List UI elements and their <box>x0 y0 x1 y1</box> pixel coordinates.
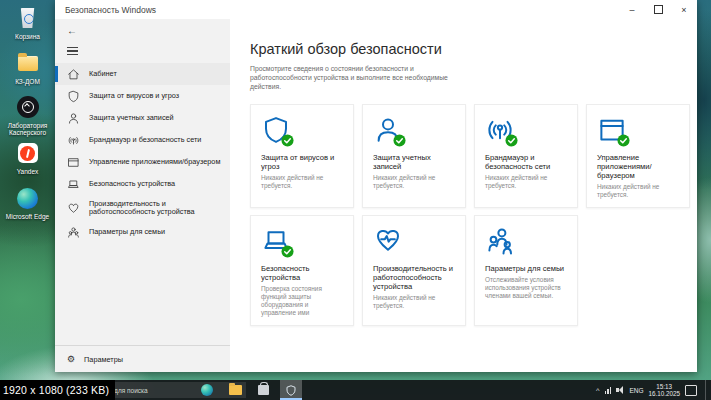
file-explorer-taskbar-button[interactable] <box>224 380 246 400</box>
tile-title: Брандмауэр и безопасность сети <box>485 153 567 171</box>
minimize-button[interactable]: – <box>619 0 645 19</box>
sidebar-item-label: Безопасность устройства <box>89 180 175 189</box>
windows-security-icon <box>285 384 297 397</box>
browser-icon <box>67 156 80 169</box>
sidebar-item-settings[interactable]: ⚙ Параметры <box>55 345 230 372</box>
close-button[interactable]: × <box>671 0 697 19</box>
firewall-icon <box>67 134 80 147</box>
desktop-icon-yandex[interactable]: Yandex <box>0 140 55 175</box>
back-button[interactable]: ← <box>55 19 230 41</box>
system-tray: ^ ENG 15:13 16.10.2025 <box>596 380 709 400</box>
check-badge-icon <box>281 245 294 258</box>
windows-security-window: Безопасность Windows – × ← Кабинет Защит… <box>55 0 697 372</box>
clock-date: 16.10.2025 <box>648 390 680 397</box>
taskbar-app-icons <box>196 380 302 400</box>
tile-device-performance[interactable]: Производительность и работоспособность у… <box>362 215 466 326</box>
sidebar-item-device-performance[interactable]: Производительность и работоспособность у… <box>55 195 230 221</box>
tile-virus-protection[interactable]: Защита от вирусов и угроз Никаких действ… <box>250 104 354 208</box>
tile-status: Отслеживайте условия использования устро… <box>485 276 567 300</box>
window-title: Безопасность Windows <box>55 5 619 15</box>
image-size-caption: 1920 x 1080 (233 KB) <box>0 380 115 400</box>
sidebar-item-label: Защита учетных записей <box>89 114 174 123</box>
sidebar-item-device-security[interactable]: Безопасность устройства <box>55 173 230 195</box>
desktop-icon-dark-app[interactable]: Лаборатория Касперского <box>0 94 55 136</box>
tile-title: Защита от вирусов и угроз <box>261 153 343 171</box>
main-content: Краткий обзор безопасности Просмотрите с… <box>230 19 697 372</box>
sidebar-item-label: Брандмауэр и безопасность сети <box>89 136 201 145</box>
tile-status: Никаких действий не требуется. <box>485 174 567 190</box>
desktop-icon-label: КЗ-ДОМ <box>15 78 40 85</box>
taskbar: Введите здесь текст для поиска 1920 x 10… <box>0 380 711 400</box>
tile-title: Управление приложениями/браузером <box>597 153 679 180</box>
page-title: Краткий обзор безопасности <box>250 41 697 57</box>
sidebar-item-label: Параметры для семьи <box>89 228 165 237</box>
sidebar-item-label: Параметры <box>84 355 123 364</box>
heart-icon <box>67 202 80 215</box>
page-subtitle: Просмотрите сведения о состоянии безопас… <box>250 64 475 91</box>
tile-title: Защита учетных записей <box>373 153 455 171</box>
sidebar-item-label: Управление приложениями/браузером <box>89 158 220 167</box>
sidebar-item-firewall[interactable]: Брандмауэр и безопасность сети <box>55 129 230 151</box>
sidebar-item-account-protection[interactable]: Защита учетных записей <box>55 107 230 129</box>
action-center-icon[interactable] <box>685 385 697 396</box>
sidebar-item-label: Производительность и работоспособность у… <box>89 200 222 217</box>
desktop-icon-label: Лаборатория Касперского <box>2 122 54 136</box>
sidebar-item-virus-protection[interactable]: Защита от вирусов и угроз <box>55 85 230 107</box>
sidebar-item-label: Защита от вирусов и угроз <box>89 92 179 101</box>
file-explorer-icon <box>229 385 242 395</box>
tile-title: Безопасность устройства <box>261 264 343 282</box>
folder-icon <box>15 50 41 76</box>
language-indicator[interactable]: ENG <box>629 387 643 394</box>
volume-icon[interactable] <box>616 386 624 394</box>
taskbar-clock[interactable]: 15:13 16.10.2025 <box>648 383 680 398</box>
edge-icon <box>201 384 213 396</box>
tile-title: Параметры для семьи <box>485 264 567 273</box>
tray-chevron-icon[interactable]: ^ <box>596 386 600 395</box>
desktop-icon-edge[interactable]: Microsoft Edge <box>0 185 55 220</box>
edge-icon <box>15 185 41 211</box>
tile-family-options[interactable]: Параметры для семьи Отслеживайте условия… <box>474 215 578 326</box>
home-icon <box>67 68 80 81</box>
security-tiles: Защита от вирусов и угроз Никаких действ… <box>250 104 697 326</box>
person-icon <box>67 112 80 125</box>
desktop-icon-label: Yandex <box>17 168 39 175</box>
tile-title: Производительность и работоспособность у… <box>373 264 455 291</box>
network-icon[interactable] <box>605 387 612 394</box>
sidebar-item-home[interactable]: Кабинет <box>55 63 230 85</box>
tile-app-browser-control[interactable]: Управление приложениями/браузером Никаки… <box>586 104 690 208</box>
tile-device-security[interactable]: Безопасность устройства Проверка состоян… <box>250 215 354 326</box>
check-badge-icon <box>617 134 630 147</box>
check-badge-icon <box>505 134 518 147</box>
store-icon <box>258 385 269 395</box>
clock-time: 15:13 <box>656 383 672 390</box>
yandex-icon <box>15 140 41 166</box>
hamburger-menu-icon[interactable] <box>67 47 78 55</box>
family-icon <box>67 226 80 239</box>
shield-icon <box>67 90 80 103</box>
desktop-icon-label: Корзина <box>15 33 40 40</box>
store-taskbar-button[interactable] <box>252 380 274 400</box>
tile-firewall[interactable]: Брандмауэр и безопасность сети Никаких д… <box>474 104 578 208</box>
tile-status: Никаких действий не требуется. <box>597 183 679 199</box>
show-desktop-button[interactable] <box>705 380 709 400</box>
sidebar-item-app-browser-control[interactable]: Управление приложениями/браузером <box>55 151 230 173</box>
sidebar-item-family-options[interactable]: Параметры для семьи <box>55 221 230 243</box>
edge-taskbar-button[interactable] <box>196 380 218 400</box>
recycle-bin-icon <box>15 5 41 31</box>
tile-status: Проверка состояния функций защиты оборуд… <box>261 285 343 317</box>
maximize-button[interactable] <box>645 0 671 19</box>
tile-account-protection[interactable]: Защита учетных записей Никаких действий … <box>362 104 466 208</box>
check-badge-icon <box>281 134 294 147</box>
desktop-icon-recycle-bin[interactable]: Корзина <box>0 5 55 40</box>
title-bar: Безопасность Windows – × <box>55 0 697 19</box>
sidebar: ← Кабинет Защита от вирусов и угроз Защи… <box>55 19 230 372</box>
desktop-icon-label: Microsoft Edge <box>6 213 49 220</box>
tile-status: Никаких действий не требуется. <box>373 294 455 310</box>
maximize-icon <box>654 5 663 14</box>
desktop-icon-folder[interactable]: КЗ-ДОМ <box>0 50 55 85</box>
tile-status: Никаких действий не требуется. <box>373 174 455 190</box>
family-icon <box>485 226 515 256</box>
windows-security-taskbar-button[interactable] <box>280 380 302 400</box>
tile-status: Никаких действий не требуется. <box>261 174 343 190</box>
heart-icon <box>373 226 403 256</box>
